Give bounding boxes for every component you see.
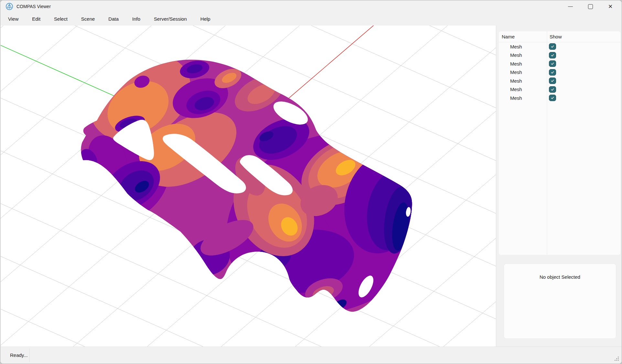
object-info-panel: No object Selected — [504, 264, 616, 339]
menu-item-server-session[interactable]: Server/Session — [147, 13, 194, 26]
menu-bar: ViewEditSelectSceneDataInfoServer/Sessio… — [0, 13, 622, 26]
mesh-row-label: Mesh — [510, 95, 522, 101]
table-header: Name Show — [499, 31, 620, 42]
table-row[interactable]: Mesh — [499, 51, 620, 60]
column-header-name: Name — [502, 31, 515, 42]
minimize-button[interactable] — [560, 0, 580, 13]
resize-grip[interactable] — [614, 356, 619, 361]
status-bar: Ready... — [0, 347, 622, 364]
compas-logo-icon — [5, 3, 13, 10]
close-icon: ✕ — [608, 4, 613, 9]
mesh-row-label: Mesh — [510, 87, 522, 92]
viewport-canvas[interactable] — [1, 26, 496, 347]
maximize-button[interactable] — [580, 0, 600, 13]
menu-item-help[interactable]: Help — [194, 13, 217, 26]
viewport-3d[interactable] — [1, 26, 496, 347]
mesh-visibility-checkbox[interactable] — [549, 86, 556, 93]
mesh-visibility-checkbox[interactable] — [549, 95, 556, 101]
mesh-row-label: Mesh — [510, 78, 522, 84]
menu-item-view[interactable]: View — [1, 13, 25, 26]
table-row[interactable]: Mesh — [499, 85, 620, 94]
table-rows: Mesh Mesh Mesh — [499, 42, 620, 102]
menu-item-info[interactable]: Info — [125, 13, 147, 26]
minimize-icon — [568, 6, 573, 7]
menu-item-select[interactable]: Select — [47, 13, 74, 26]
car-mesh-object[interactable] — [61, 37, 462, 344]
mesh-row-label: Mesh — [510, 61, 522, 67]
column-header-show: Show — [550, 31, 562, 42]
checkmark-icon — [550, 44, 555, 49]
close-button[interactable]: ✕ — [600, 0, 620, 13]
table-row[interactable]: Mesh — [499, 42, 620, 51]
table-row[interactable]: Mesh — [499, 77, 620, 85]
right-panel: Name Show Mesh Mesh Mesh — [496, 26, 622, 347]
table-row[interactable]: Mesh — [499, 59, 620, 68]
mesh-visibility-checkbox[interactable] — [549, 60, 556, 67]
mesh-visibility-checkbox[interactable] — [549, 52, 556, 58]
menu-item-data[interactable]: Data — [102, 13, 125, 26]
title-bar[interactable]: COMPAS Viewer ✕ — [0, 0, 622, 13]
menu-item-edit[interactable]: Edit — [25, 13, 47, 26]
window-title: COMPAS Viewer — [16, 4, 51, 9]
maximize-icon — [588, 4, 593, 9]
checkmark-icon — [550, 70, 555, 75]
checkmark-icon — [550, 78, 555, 83]
table-row[interactable]: Mesh — [499, 68, 620, 77]
no-selection-message: No object Selected — [504, 274, 616, 280]
mesh-row-label: Mesh — [510, 44, 522, 49]
mesh-visibility-checkbox[interactable] — [549, 69, 556, 76]
table-row[interactable]: Mesh — [499, 94, 620, 102]
contour-bands — [61, 37, 462, 344]
checkmark-icon — [550, 61, 555, 66]
status-text: Ready... — [10, 347, 28, 364]
status-divider — [29, 348, 30, 362]
mesh-row-label: Mesh — [510, 52, 522, 58]
checkmark-icon — [550, 87, 555, 92]
checkmark-icon — [550, 53, 555, 57]
mesh-row-label: Mesh — [510, 69, 522, 75]
window-controls: ✕ — [560, 0, 620, 13]
scene-tree-table: Name Show Mesh Mesh Mesh — [499, 31, 620, 255]
checkmark-icon — [550, 96, 555, 100]
mesh-visibility-checkbox[interactable] — [549, 78, 556, 84]
mesh-visibility-checkbox[interactable] — [549, 43, 556, 50]
app-window: COMPAS Viewer ✕ ViewEditSelectSceneDataI… — [0, 0, 622, 364]
menu-item-scene[interactable]: Scene — [74, 13, 102, 26]
